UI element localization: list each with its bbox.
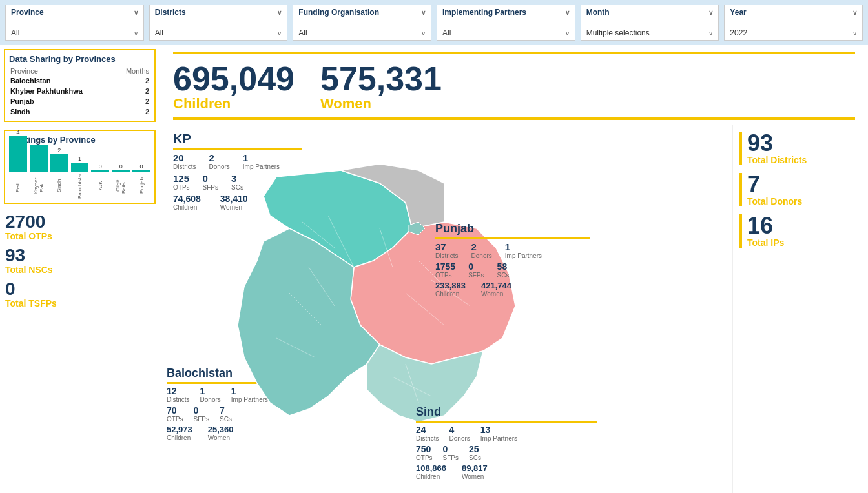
pun-otps-value: 1755 bbox=[435, 261, 455, 272]
women-stat: 575,331 Women bbox=[320, 62, 442, 112]
funding-value-chevron-icon: ∨ bbox=[421, 30, 426, 37]
top-yellow-bar bbox=[173, 52, 855, 54]
pun-sfps-value: 0 bbox=[468, 261, 484, 272]
pun-children-value: 233,883 bbox=[435, 281, 466, 290]
implementing-chevron-icon: ∨ bbox=[565, 9, 570, 16]
pun-scs-label: SCs bbox=[497, 272, 510, 279]
punjab-yellow-bar bbox=[435, 237, 590, 239]
year-filter-value: 2022 bbox=[730, 28, 747, 37]
sind-women-stat: 89,817 Women bbox=[462, 463, 488, 480]
sindh-row1: 24 Districts 4 Donors 13 Imp Partners bbox=[416, 425, 597, 442]
implementing-filter-value: All bbox=[442, 28, 451, 37]
total-otps-number: 2700 bbox=[5, 213, 154, 231]
meetings-bar-chart: 4Fed...3Khyber Pak...2Sindh1Balochistan0… bbox=[9, 147, 150, 199]
sind-donors-stat: 4 Donors bbox=[450, 425, 470, 442]
month-filter[interactable]: Month ∨ Multiple selections ∨ bbox=[581, 5, 719, 41]
kp-districts-value: 20 bbox=[173, 152, 196, 163]
province-table-row: Khyber Pakhtunkhwa2 bbox=[9, 86, 150, 96]
funding-filter[interactable]: Funding Organisation ∨ All ∨ bbox=[293, 5, 431, 41]
bal-donors-value: 1 bbox=[200, 386, 221, 396]
pun-donors-value: 2 bbox=[471, 241, 492, 252]
implementing-value-chevron-icon: ∨ bbox=[565, 30, 570, 37]
pun-imp-stat: 1 Imp Partners bbox=[505, 241, 542, 259]
sind-scs-value: 25 bbox=[469, 444, 481, 454]
punjab-row2: 1755 OTPs 0 SFPs 58 SCs bbox=[435, 261, 590, 279]
kp-yellow-bar bbox=[173, 148, 302, 150]
bal-otps-label: OTPs bbox=[167, 416, 183, 423]
kp-sfps-stat: 0 SFPs bbox=[203, 173, 218, 191]
bar-group: 0AJK bbox=[91, 163, 109, 199]
meetings-box: Meetings by Province 4Fed...3Khyber Pak.… bbox=[4, 130, 156, 204]
districts-filter-label: Districts bbox=[155, 8, 186, 17]
total-donors-summary: 7 Total Donors bbox=[739, 173, 862, 206]
women-label: Women bbox=[320, 96, 442, 112]
pun-scs-value: 58 bbox=[497, 261, 510, 272]
bar-axis-label: Fed... bbox=[15, 173, 21, 199]
province-chevron-icon: ∨ bbox=[134, 9, 138, 16]
province-value-chevron-icon: ∨ bbox=[134, 30, 138, 37]
pun-sfps-label: SFPs bbox=[468, 272, 484, 279]
province-name-cell: Khyber Pakhtunkhwa bbox=[9, 86, 114, 96]
sind-imp-label: Imp Partners bbox=[480, 435, 517, 442]
sind-children-stat: 108,866 Children bbox=[416, 463, 446, 480]
bottom-yellow-bar bbox=[173, 117, 855, 120]
sind-donors-label: Donors bbox=[450, 435, 470, 442]
sind-districts-stat: 24 Districts bbox=[416, 425, 439, 442]
pun-otps-label: OTPs bbox=[435, 272, 455, 279]
bal-children-label: Children bbox=[167, 434, 192, 441]
bal-donors-stat: 1 Donors bbox=[200, 386, 221, 403]
province-filter[interactable]: Province ∨ All ∨ bbox=[5, 5, 144, 41]
total-nscs-stat: 93 Total NSCs bbox=[5, 246, 154, 275]
bar-group: 3Khyber Pak... bbox=[30, 138, 48, 199]
kp-province-label: KP bbox=[173, 132, 302, 146]
province-table-row: Sindh2 bbox=[9, 106, 150, 117]
districts-filter[interactable]: Districts ∨ All ∨ bbox=[149, 5, 288, 41]
sind-imp-value: 13 bbox=[480, 425, 517, 435]
sind-otps-value: 750 bbox=[416, 444, 433, 454]
map-and-right: KP 20 Districts 2 Donors 1 Im bbox=[160, 125, 868, 493]
total-districts-summary: 93 Total Districts bbox=[739, 132, 862, 165]
punjab-section: Punjab 37 Districts 2 Donors 1 bbox=[435, 222, 590, 297]
data-sharing-box: Data Sharing by Provinces Province Month… bbox=[4, 49, 156, 122]
bar-value-label: 4 bbox=[16, 129, 19, 136]
kp-districts-stat: 20 Districts bbox=[173, 152, 196, 170]
bal-districts-label: Districts bbox=[167, 396, 190, 403]
bal-districts-stat: 12 Districts bbox=[167, 386, 190, 403]
sind-children-value: 108,866 bbox=[416, 463, 446, 473]
kp-sfps-value: 0 bbox=[203, 173, 218, 184]
total-nscs-number: 93 bbox=[5, 246, 154, 265]
month-filter-value: Multiple selections bbox=[586, 28, 650, 37]
kp-donors-value: 2 bbox=[209, 152, 230, 163]
total-ips-label: Total IPs bbox=[747, 237, 862, 248]
total-tsfps-number: 0 bbox=[5, 280, 154, 298]
sind-districts-value: 24 bbox=[416, 425, 439, 435]
pun-imp-value: 1 bbox=[505, 241, 542, 252]
bar-rect bbox=[50, 154, 68, 172]
left-panel: Data Sharing by Provinces Province Month… bbox=[0, 45, 160, 493]
bal-sfps-value: 0 bbox=[194, 405, 209, 416]
sind-women-label: Women bbox=[462, 473, 488, 480]
total-otps-stat: 2700 Total OTPs bbox=[5, 213, 154, 241]
bar-value-label: 0 bbox=[99, 163, 102, 170]
bar-group: 0Punjab bbox=[132, 163, 150, 199]
total-donors-label: Total Donors bbox=[747, 196, 862, 206]
bar-group: 2Sindh bbox=[50, 147, 68, 199]
children-stat: 695,049 Children bbox=[173, 62, 294, 112]
kp-districts-label: Districts bbox=[173, 163, 196, 170]
pun-children-stat: 233,883 Children bbox=[435, 281, 466, 297]
implementing-filter[interactable]: Implementing Partners ∨ All ∨ bbox=[437, 5, 575, 41]
women-number: 575,331 bbox=[320, 62, 442, 96]
pun-women-label: Women bbox=[481, 290, 512, 297]
sindh-row2: 750 OTPs 0 SFPs 25 SCs bbox=[416, 444, 597, 461]
year-filter[interactable]: Year ∨ 2022 ∨ bbox=[724, 5, 863, 41]
sindh-section: Sind 24 Districts 4 Donors 13 bbox=[416, 405, 597, 480]
province-table-row: Balochistan2 bbox=[9, 75, 150, 86]
bal-children-stat: 52,973 Children bbox=[167, 425, 192, 441]
bal-districts-value: 12 bbox=[167, 386, 190, 396]
children-label: Children bbox=[173, 96, 294, 112]
kp-children-label: Children bbox=[173, 204, 201, 211]
sind-scs-label: SCs bbox=[469, 454, 481, 461]
sind-otps-label: OTPs bbox=[416, 454, 433, 461]
punjab-label: Punjab bbox=[435, 222, 590, 236]
month-chevron-icon: ∨ bbox=[708, 9, 713, 16]
